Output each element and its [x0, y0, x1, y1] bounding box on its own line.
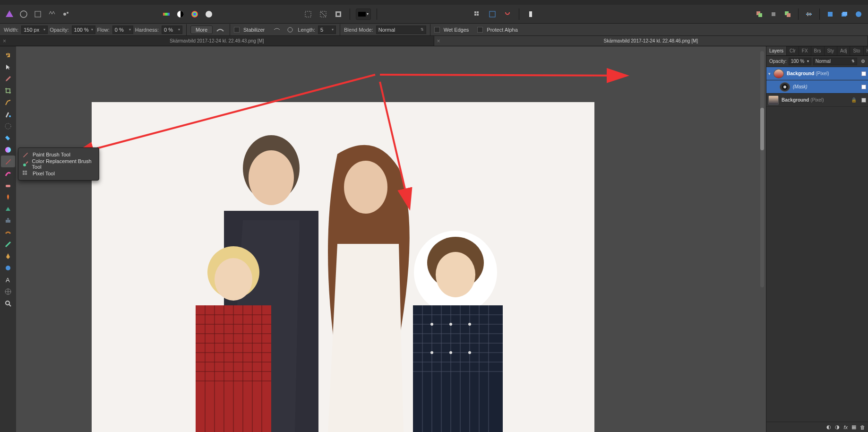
- document-canvas[interactable]: [92, 102, 594, 432]
- selection-brush-tool[interactable]: [1, 96, 15, 108]
- snap-icon[interactable]: [502, 9, 513, 20]
- pen-tool[interactable]: [1, 250, 15, 262]
- assistant-icon[interactable]: [525, 9, 536, 20]
- width-input[interactable]: 150 px▾: [21, 26, 48, 34]
- persona-develop-icon[interactable]: [46, 9, 58, 20]
- layer-visibility-checkbox[interactable]: ✓: [861, 71, 866, 76]
- persona-export-icon[interactable]: [60, 9, 72, 20]
- layer-row-mask[interactable]: (Mask) ✓: [766, 80, 868, 94]
- mesh-tool[interactable]: [1, 285, 15, 297]
- svg-rect-103: [25, 173, 27, 175]
- color-wheel-icon[interactable]: [189, 9, 200, 20]
- swatches-icon[interactable]: [161, 9, 172, 20]
- add-layer-icon[interactable]: ▦: [851, 424, 856, 430]
- opacity-input[interactable]: 100 %▾: [72, 26, 95, 34]
- wet-edges-checkbox[interactable]: [434, 27, 440, 33]
- panel-tab-adj[interactable]: Adj: [837, 46, 850, 55]
- empty-circle-icon[interactable]: [203, 9, 215, 20]
- delete-layer-icon[interactable]: 🗑: [860, 424, 865, 430]
- layer-opacity-input[interactable]: 100 %▾: [789, 58, 811, 65]
- layer-stack-1-icon[interactable]: [825, 9, 836, 20]
- flood-select-tool[interactable]: [1, 108, 15, 120]
- scrollbar-thumb[interactable]: [760, 108, 764, 150]
- document-tab-1[interactable]: × Skärmavbild 2017-12-24 kl. 22.48.46.pn…: [434, 36, 868, 46]
- layer-stack-3-icon[interactable]: [853, 9, 864, 20]
- flyout-item-paint-brush[interactable]: Paint Brush Tool: [18, 150, 99, 159]
- panel-tab-brs[interactable]: Brs: [811, 46, 825, 55]
- paint-mixer-tool[interactable]: [1, 167, 15, 179]
- stabilizer-mode-window-icon[interactable]: [284, 24, 296, 35]
- layer-thumbnail: [773, 69, 784, 78]
- burn-tool[interactable]: [1, 191, 15, 203]
- inpaint-tool[interactable]: [1, 238, 15, 250]
- layer-visibility-checkbox[interactable]: ✓: [861, 98, 866, 103]
- document-tab-0[interactable]: × Skärmavbild 2017-12-24 kl. 22.49.43.pn…: [0, 36, 434, 46]
- guides-icon[interactable]: [487, 9, 498, 20]
- more-button[interactable]: More: [190, 26, 213, 34]
- layers-footer: ◐ ◑ fx ▦ 🗑: [766, 422, 868, 432]
- arrange-front-icon[interactable]: [782, 9, 793, 20]
- panel-tab-sto[interactable]: Sto: [850, 46, 863, 55]
- layer-stack-2-icon[interactable]: [839, 9, 850, 20]
- mask-layer-icon[interactable]: ◐: [826, 424, 831, 430]
- blend-mode-select[interactable]: Normal⇅: [376, 26, 426, 34]
- panel-tab-layers[interactable]: Layers: [766, 46, 787, 55]
- color-picker-tool[interactable]: [1, 73, 15, 85]
- panel-tab-hg[interactable]: Hg: [864, 46, 868, 55]
- hardness-input[interactable]: 0 %▾: [162, 26, 182, 34]
- flyout-item-pixel-tool[interactable]: Pixel Tool: [18, 169, 99, 178]
- document-tabs: × Skärmavbild 2017-12-24 kl. 22.49.43.pn…: [0, 36, 868, 46]
- move-tool[interactable]: [1, 61, 15, 73]
- arrange-back-icon[interactable]: [754, 9, 765, 20]
- gear-icon[interactable]: ⚙: [861, 59, 865, 64]
- protect-alpha-checkbox[interactable]: [477, 27, 483, 33]
- selection-mode-lasso-icon[interactable]: [318, 9, 329, 20]
- persona-photo-icon[interactable]: [18, 9, 29, 20]
- length-input[interactable]: 5▾: [318, 26, 336, 34]
- svg-point-42: [6, 266, 10, 270]
- layer-row-background-pixel[interactable]: ▾ Background (Pixel) ✓: [766, 67, 868, 80]
- paint-brush-tool[interactable]: [1, 156, 15, 167]
- crop-tool[interactable]: [1, 85, 15, 96]
- disclosure-triangle-icon[interactable]: ▾: [768, 71, 771, 76]
- canvas-area[interactable]: [16, 46, 766, 432]
- grid-icon[interactable]: [472, 9, 483, 20]
- color-swatch-fg[interactable]: ▾: [356, 9, 371, 20]
- marquee-tool[interactable]: [1, 120, 15, 132]
- smudge-tool[interactable]: [1, 226, 15, 238]
- svg-point-45: [6, 301, 9, 305]
- flow-input[interactable]: 0 %▾: [112, 26, 133, 34]
- adjustment-layer-icon[interactable]: ◑: [835, 424, 840, 430]
- layer-row-background-2[interactable]: Background (Pixel) 🔒 ✓: [766, 94, 868, 107]
- align-icon[interactable]: [803, 9, 815, 20]
- text-tool[interactable]: A: [1, 274, 15, 285]
- fx-icon[interactable]: fx: [843, 424, 848, 430]
- zoom-tool[interactable]: [1, 297, 15, 309]
- arrange-mid-icon[interactable]: [768, 9, 779, 20]
- dodge-tool[interactable]: [1, 203, 15, 215]
- layer-blend-select[interactable]: Normal⇅: [813, 58, 857, 65]
- svg-rect-20: [477, 14, 479, 16]
- panel-tab-clr[interactable]: Clr: [787, 46, 799, 55]
- layer-visibility-checkbox[interactable]: ✓: [861, 85, 866, 89]
- shape-tool[interactable]: [1, 262, 15, 274]
- persona-liquify-icon[interactable]: [32, 9, 43, 20]
- close-icon[interactable]: ×: [437, 38, 440, 44]
- stabilizer-checkbox[interactable]: [234, 27, 240, 33]
- quick-mask-icon[interactable]: [333, 9, 344, 20]
- panel-tab-fx[interactable]: FX: [799, 46, 811, 55]
- stabilizer-mode-rope-icon[interactable]: [271, 24, 283, 35]
- flyout-item-color-replacement[interactable]: Color Replacement Brush Tool: [18, 159, 99, 169]
- brush-stroke-icon[interactable]: [215, 24, 226, 35]
- clone-tool[interactable]: [1, 215, 15, 226]
- svg-point-88: [430, 323, 433, 326]
- selection-mode-rect-icon[interactable]: [302, 9, 314, 20]
- vertical-scrollbar[interactable]: [760, 51, 764, 287]
- close-icon[interactable]: ×: [3, 38, 6, 44]
- panel-tab-sty[interactable]: Sty: [825, 46, 837, 55]
- contrast-icon[interactable]: [175, 9, 186, 20]
- erase-tool[interactable]: [1, 179, 15, 191]
- gradient-tool[interactable]: [1, 144, 15, 156]
- hand-tool[interactable]: [1, 49, 15, 61]
- flood-fill-tool[interactable]: [1, 132, 15, 144]
